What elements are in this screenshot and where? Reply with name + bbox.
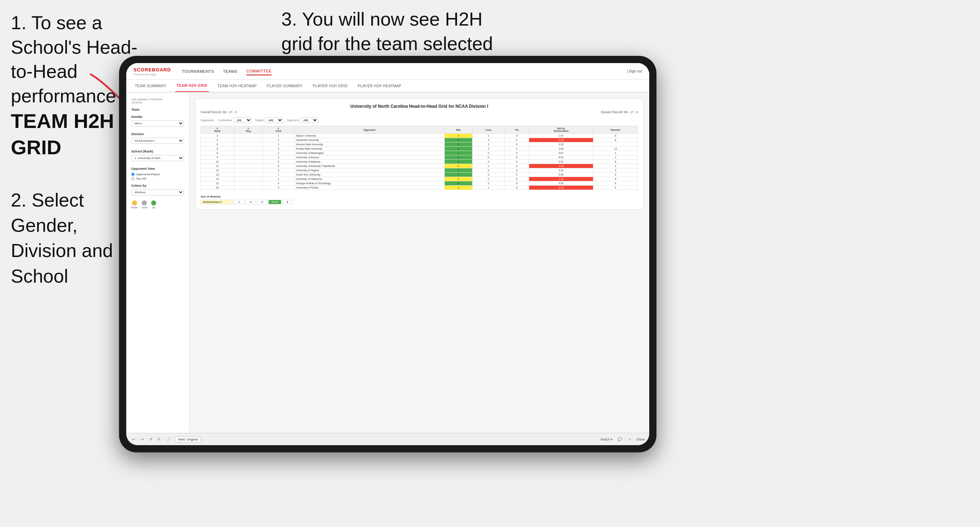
cell-conf: 6 bbox=[262, 164, 294, 168]
subnav-team-h2h-heatmap[interactable]: TEAM H2H HEATMAP bbox=[216, 80, 258, 92]
cell-rank: 13 bbox=[201, 173, 234, 177]
cell-opponent: Vanderbilt University bbox=[294, 138, 444, 142]
conference-select[interactable]: (All) bbox=[234, 117, 252, 123]
cell-conf: 3 bbox=[262, 168, 294, 173]
cell-tie: 0 bbox=[504, 181, 529, 186]
cell-win: 1 bbox=[444, 151, 472, 156]
nav-bar: SCOREBOARD Powered by clippi TOURNAMENTS… bbox=[126, 63, 649, 80]
cell-diff: -4.33 bbox=[529, 164, 593, 168]
grid-records: Overall Record: 89 - 17 - 0 Division Rec… bbox=[200, 110, 638, 114]
sign-out[interactable]: | Sign out bbox=[627, 69, 642, 73]
table-row: 4 1 Arizona State University 5 1 0 2.29 bbox=[201, 142, 638, 147]
gender-select[interactable]: Men's bbox=[131, 121, 184, 127]
table-row: 3 2 Vanderbilt University 0 4 0 -2.29 8 bbox=[201, 138, 638, 142]
cell-diff: 4.50 bbox=[529, 181, 593, 186]
share-btn[interactable]: Share bbox=[636, 438, 645, 441]
cell-loss: 0 bbox=[472, 156, 504, 160]
legend-dot-up bbox=[151, 200, 156, 205]
cell-conf: 2 bbox=[262, 177, 294, 181]
legend-dot-level bbox=[142, 200, 147, 205]
cell-rounds: 12 bbox=[593, 147, 638, 151]
opponent-select[interactable]: (All) bbox=[300, 117, 318, 123]
content-area: Last Updated: 27/03/2024 16:55:38 Team G… bbox=[126, 93, 649, 433]
nav-tournaments[interactable]: TOURNAMENTS bbox=[182, 68, 214, 75]
th-opponent: Opponent bbox=[294, 126, 444, 134]
gender-label: Gender bbox=[131, 115, 184, 119]
th-rank: #Rank bbox=[201, 126, 234, 134]
clock-btn[interactable]: 🕐 bbox=[164, 437, 172, 442]
table-header-row: #Rank #Reg #Conf Opponent Win Loss Tie D… bbox=[201, 126, 638, 134]
legend-level: Level bbox=[142, 200, 148, 209]
ood-rounds: 3 bbox=[282, 200, 293, 205]
cell-win: 1 bbox=[444, 168, 472, 173]
cell-rounds: 2 bbox=[593, 156, 638, 160]
subnav-player-h2h-heatmap[interactable]: PLAYER H2H HEATMAP bbox=[356, 80, 403, 92]
cell-reg bbox=[234, 173, 262, 177]
grid-title: University of North Carolina Head-to-Hea… bbox=[200, 104, 638, 109]
radio-opponents-played[interactable]: Opponents Played bbox=[131, 173, 184, 176]
table-row: 16 3 University of Florida 3 1 0 -6.42 9 bbox=[201, 186, 638, 190]
ood-win: 1 bbox=[234, 200, 245, 205]
cell-rank: 14 bbox=[201, 177, 234, 181]
legend-dot-down bbox=[132, 200, 137, 205]
cell-win: 5 bbox=[444, 142, 472, 147]
legend-down: Down bbox=[131, 200, 138, 209]
cell-win: 1 bbox=[444, 156, 472, 160]
table-row: 12 3 University of Virginia 1 0 0 2.33 3 bbox=[201, 168, 638, 173]
subnav-team-h2h-grid[interactable]: TEAM H2H GRID bbox=[175, 80, 209, 92]
cell-rank: 3 bbox=[201, 138, 234, 142]
redo-btn[interactable]: ↪ bbox=[139, 437, 145, 442]
comment-btn[interactable]: 💬 bbox=[616, 437, 623, 442]
cell-rank: 16 bbox=[201, 186, 234, 190]
cell-win: 3 bbox=[444, 160, 472, 164]
th-loss: Loss bbox=[472, 126, 504, 134]
out-of-division-row: NCAA Division II 1 0 0 26.00 3 bbox=[200, 200, 638, 205]
division-select[interactable]: NCAA Division I bbox=[131, 138, 184, 144]
cell-rank: 6 bbox=[201, 147, 234, 151]
cell-rounds: 9 bbox=[593, 181, 638, 186]
ood-tie: 0 bbox=[257, 200, 267, 205]
nav-committee[interactable]: COMMITTEE bbox=[247, 67, 272, 75]
logo-sub: Powered by clippi bbox=[134, 73, 171, 76]
cell-opponent: Arizona State University bbox=[294, 142, 444, 147]
th-win: Win bbox=[444, 126, 472, 134]
cell-rank: 8 bbox=[201, 151, 234, 156]
cell-opponent: University of Virginia bbox=[294, 168, 444, 173]
subnav-player-summary[interactable]: PLAYER SUMMARY bbox=[266, 80, 304, 92]
grid-container: University of North Carolina Head-to-Hea… bbox=[195, 98, 643, 210]
table-row: 11 6 University of Arkansas, Fayettevill… bbox=[201, 164, 638, 168]
th-tie: Tie bbox=[504, 126, 529, 134]
cell-win: 0 bbox=[444, 164, 472, 168]
nav-teams[interactable]: TEAMS bbox=[223, 68, 237, 75]
ood-diff: 26.00 bbox=[268, 200, 282, 205]
division-label: Division bbox=[131, 132, 184, 136]
cell-opponent: University of Arizona bbox=[294, 156, 444, 160]
th-diff: Diff AvStrokes/Rnd bbox=[529, 126, 593, 134]
view-original[interactable]: View: Original bbox=[175, 437, 201, 442]
cell-rounds: 3 bbox=[593, 164, 638, 168]
radio-top100[interactable]: Top 100 bbox=[131, 177, 184, 180]
expand-btn[interactable]: ⤡ bbox=[627, 437, 633, 442]
cell-win: 4 bbox=[444, 147, 472, 151]
region-select[interactable]: (All) bbox=[265, 117, 283, 123]
colour-by-select[interactable]: Win/loss bbox=[131, 189, 184, 195]
cell-win: 0 bbox=[444, 138, 472, 142]
cell-rounds: 9 bbox=[593, 177, 638, 181]
cell-rank: 12 bbox=[201, 168, 234, 173]
copy-btn[interactable]: ⎘ bbox=[156, 437, 162, 442]
subnav-player-h2h-grid[interactable]: PLAYER H2H GRID bbox=[311, 80, 349, 92]
undo-btn[interactable]: ↩ bbox=[130, 437, 136, 442]
cell-loss: 1 bbox=[472, 134, 504, 138]
cell-loss: 2 bbox=[472, 147, 504, 151]
watch-btn[interactable]: Watch ▾ bbox=[601, 438, 612, 441]
cell-diff: -1.00 bbox=[529, 177, 593, 181]
table-row: 13 1 Texas Tech University 3 0 0 5.56 9 bbox=[201, 173, 638, 177]
subnav-team-summary[interactable]: TEAM SUMMARY bbox=[134, 80, 168, 92]
cell-rounds: 8 bbox=[593, 138, 638, 142]
cell-rank: 9 bbox=[201, 156, 234, 160]
school-select[interactable]: 1. University of Nort... bbox=[131, 155, 184, 161]
back-btn[interactable]: ↺ bbox=[148, 437, 154, 442]
logo-area: SCOREBOARD Powered by clippi bbox=[134, 66, 171, 76]
cell-rounds: 9 bbox=[593, 134, 638, 138]
opponent-filter: Opponent (All) bbox=[287, 117, 318, 123]
